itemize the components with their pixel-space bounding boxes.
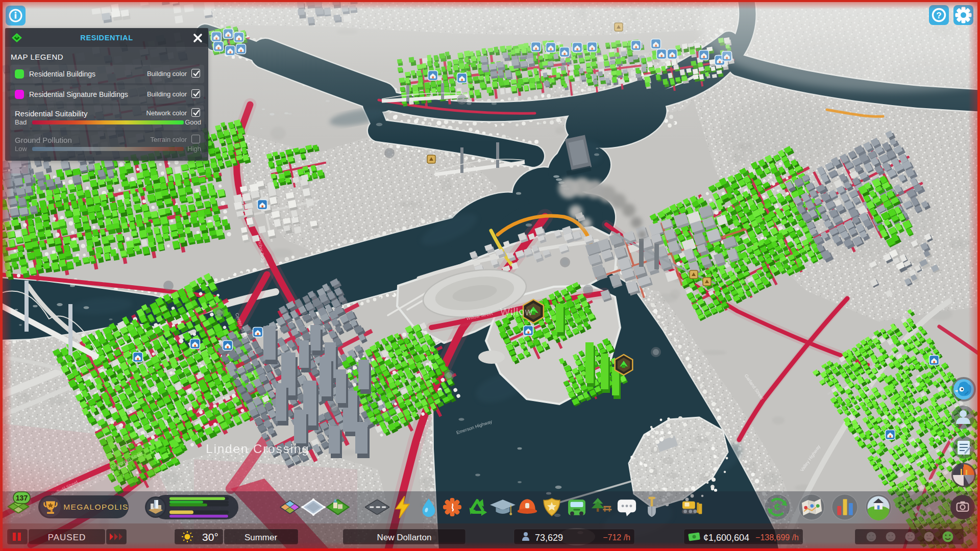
svg-text:Willow: Willow — [500, 306, 533, 317]
svg-text:Linden Crossing: Linden Crossing — [206, 442, 309, 456]
